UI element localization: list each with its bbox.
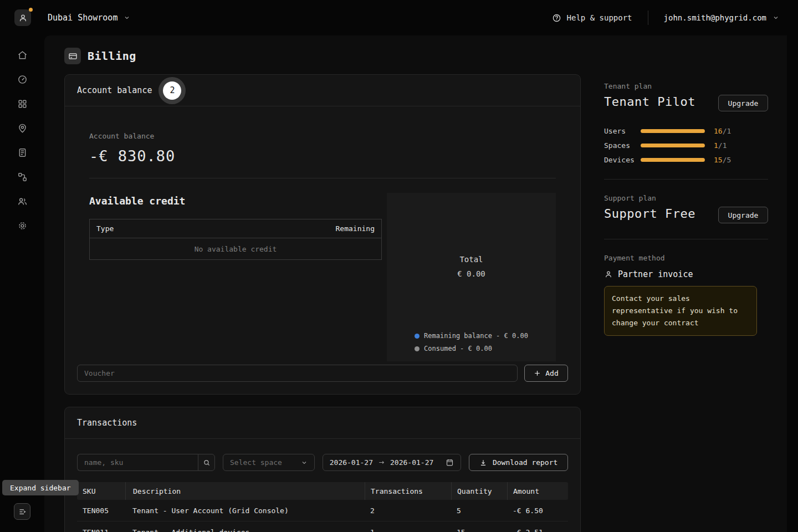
usage-bar — [641, 158, 705, 162]
col-description: Description — [125, 482, 365, 500]
voucher-input[interactable] — [77, 365, 518, 382]
tenant-plan-label: Tenant plan — [604, 82, 768, 90]
space-select[interactable]: Select space — [223, 454, 315, 471]
topbar: Dubai Showroom Help & support john.smith… — [0, 0, 798, 35]
support-plan-name: Support Free — [604, 207, 695, 221]
sidebar-item-workflows[interactable] — [11, 165, 33, 189]
calendar-icon — [446, 458, 454, 467]
usage-row-spaces: Spaces 1/1 — [604, 141, 768, 149]
legend-dot-remaining — [415, 334, 420, 339]
sidebar-item-users[interactable] — [11, 189, 33, 213]
legend-label-consumed: Consumed - € 0.00 — [424, 345, 492, 352]
workflow-icon — [17, 172, 28, 182]
download-report-button[interactable]: Download report — [469, 454, 568, 471]
plus-icon — [534, 370, 541, 377]
search-input[interactable] — [77, 454, 198, 471]
expand-sidebar-button[interactable] — [14, 503, 30, 520]
col-transactions: Transactions — [365, 482, 451, 500]
plan-divider — [604, 239, 768, 239]
download-report-label: Download report — [493, 458, 557, 467]
transactions-card: Transactions Select space 2026- — [64, 407, 581, 532]
space-select-value: Select space — [230, 458, 282, 467]
step-badge[interactable]: 2 — [163, 81, 181, 100]
transactions-table-header: SKU Description Transactions Quantity Am… — [77, 482, 568, 500]
table-row[interactable]: TEN005 Tenant - User Account (Grid Conso… — [77, 500, 568, 521]
sidebar-item-dashboard[interactable] — [11, 67, 33, 91]
usage-bar — [641, 129, 705, 133]
apps-grid-icon — [17, 99, 28, 109]
gear-icon — [17, 221, 28, 231]
chevron-down-icon — [124, 14, 130, 21]
cell-description: Tenant - User Account (Grid Console) — [125, 507, 365, 515]
balance-value: -€ 830.80 — [89, 147, 556, 165]
sidebar-item-home[interactable] — [11, 43, 33, 67]
search-button[interactable] — [198, 454, 215, 471]
table-row[interactable]: TEN011 Tenant - Additional devices 1 15 … — [77, 521, 568, 532]
account-balance-card: Account balance 2 Account balance -€ 830… — [64, 74, 581, 395]
home-icon — [17, 50, 28, 60]
person-icon — [18, 13, 28, 23]
legend-label-remaining: Remaining balance - € 0.00 — [424, 332, 528, 340]
workspace-switcher[interactable]: Dubai Showroom — [48, 13, 130, 23]
cell-transactions: 1 — [365, 528, 451, 532]
payment-method-value-row: Partner invoice — [604, 269, 768, 279]
sidebar-item-invoices[interactable] — [11, 140, 33, 165]
usage-used: 15 — [714, 156, 723, 164]
credit-table: Type Remaining No available credit — [89, 219, 382, 260]
chevron-down-icon — [773, 14, 779, 21]
credit-empty-state: No available credit — [90, 238, 381, 259]
plan-divider — [604, 179, 768, 180]
balance-chart-panel: Total € 0.00 Remaining balance - € 0.00 — [387, 193, 556, 361]
usage-used: 16 — [714, 127, 723, 135]
support-upgrade-button[interactable]: Upgrade — [718, 207, 768, 223]
usage-row-users: Users 16/1 — [604, 127, 768, 135]
account-menu[interactable]: john.smith@phygrid.com — [664, 13, 779, 22]
sidebar-item-settings[interactable] — [11, 213, 33, 238]
balance-label: Account balance — [89, 132, 556, 140]
billing-icon — [64, 48, 81, 64]
users-icon — [17, 196, 28, 207]
credit-col-remaining: Remaining — [336, 224, 375, 233]
tenant-upgrade-button[interactable]: Upgrade — [718, 95, 768, 111]
date-range-picker[interactable]: 2026-01-27 2026-01-27 — [323, 454, 462, 471]
chart-total-value: € 0.00 — [457, 269, 485, 278]
cell-quantity: 15 — [451, 528, 507, 532]
dashboard-icon — [17, 74, 28, 85]
usage-label: Users — [604, 127, 641, 135]
sidebar-item-locations[interactable] — [11, 116, 33, 140]
credit-col-type: Type — [96, 224, 114, 233]
usage-cap: /1 — [723, 127, 732, 135]
search-icon — [203, 459, 211, 467]
sidebar — [0, 35, 44, 532]
cell-amount: -€ 2.51 — [507, 528, 568, 532]
expand-sidebar-tooltip: Expand sidebar — [2, 480, 79, 495]
transactions-search — [77, 454, 215, 471]
usage-cap: /1 — [718, 141, 727, 150]
add-voucher-button[interactable]: Add — [524, 365, 568, 382]
help-support-label: Help & support — [567, 13, 632, 22]
help-support-button[interactable]: Help & support — [552, 13, 632, 23]
usage-label: Devices — [604, 156, 641, 164]
avatar[interactable] — [14, 9, 31, 26]
chart-legend: Remaining balance - € 0.00 Consumed - € … — [415, 332, 528, 352]
sidebar-item-apps[interactable] — [11, 91, 33, 116]
legend-item-remaining: Remaining balance - € 0.00 — [415, 332, 528, 340]
add-voucher-label: Add — [545, 369, 558, 377]
page-title: Billing — [88, 49, 136, 63]
col-sku: SKU — [77, 482, 125, 500]
transactions-controls: Select space 2026-01-27 2026-01-27 Downl… — [77, 454, 568, 471]
invoice-icon — [17, 147, 28, 158]
available-credit-title: Available credit — [89, 195, 382, 207]
cell-sku: TEN005 — [77, 507, 125, 515]
main-panel: Billing Account balance 2 Account balanc… — [44, 35, 787, 532]
cell-sku: TEN011 — [77, 528, 125, 532]
cell-description: Tenant - Additional devices — [125, 528, 365, 532]
page-header: Billing — [64, 48, 581, 64]
col-amount: Amount — [507, 482, 568, 500]
legend-dot-consumed — [415, 346, 420, 351]
usage-used: 1 — [714, 141, 718, 150]
workspace-name: Dubai Showroom — [48, 13, 117, 23]
transactions-card-title: Transactions — [77, 418, 137, 428]
transactions-card-header: Transactions — [65, 407, 580, 439]
legend-item-consumed: Consumed - € 0.00 — [415, 345, 528, 352]
